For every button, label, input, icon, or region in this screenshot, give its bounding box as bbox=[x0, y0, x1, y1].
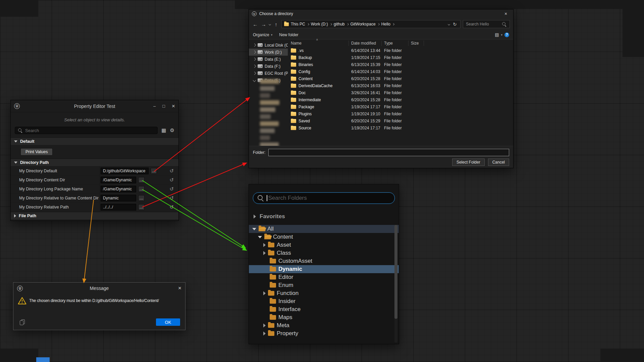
tree-item-insider[interactable]: Insider bbox=[249, 297, 399, 305]
file-row[interactable]: .vs6/14/2024 13:44File folder bbox=[288, 47, 513, 54]
help-icon[interactable]: ? bbox=[504, 33, 509, 37]
breadcrumb-separator-icon[interactable] bbox=[377, 23, 380, 25]
category-header-file-path[interactable]: File Path bbox=[11, 212, 178, 220]
file-row[interactable]: Config6/14/2024 14:03File folder bbox=[288, 68, 513, 75]
breadcrumb-item[interactable]: Hello bbox=[381, 22, 390, 26]
tree-item-function[interactable]: Function bbox=[249, 289, 399, 297]
category-header-directory-path[interactable]: Directory Path bbox=[11, 159, 178, 167]
breadcrumb-separator-icon[interactable] bbox=[330, 23, 332, 25]
maximize-icon[interactable]: □ bbox=[162, 104, 165, 109]
expand-triangle-icon[interactable] bbox=[263, 291, 266, 295]
breadcrumb-item[interactable]: GitWorkspace bbox=[351, 22, 376, 26]
cancel-button[interactable]: Cancel bbox=[488, 159, 509, 166]
folder-input[interactable] bbox=[268, 149, 509, 156]
breadcrumb-separator-icon[interactable] bbox=[392, 23, 394, 25]
file-row[interactable]: Source1/19/2024 17:17File folder bbox=[288, 124, 513, 131]
expand-chevron-icon[interactable] bbox=[253, 58, 256, 61]
window-titlebar[interactable]: U Property Editor Test – □ × bbox=[11, 100, 178, 112]
tree-item-meta[interactable]: Meta bbox=[249, 321, 399, 329]
new-folder-button[interactable]: New folder bbox=[279, 33, 298, 37]
ok-button[interactable]: OK bbox=[156, 318, 180, 326]
expand-chevron-icon[interactable] bbox=[253, 44, 256, 47]
reset-to-default-icon[interactable]: ↺ bbox=[169, 177, 174, 183]
tree-item-maps[interactable]: Maps bbox=[249, 313, 399, 321]
expand-chevron-icon[interactable] bbox=[253, 65, 256, 68]
category-header-default[interactable]: Default bbox=[11, 137, 178, 145]
breadcrumb-separator-icon[interactable] bbox=[346, 23, 348, 25]
favorites-section-header[interactable]: Favorites bbox=[249, 212, 399, 221]
file-row[interactable]: Binaries6/13/2024 15:39File folder bbox=[288, 61, 513, 68]
search-box[interactable]: Search Hello bbox=[463, 20, 510, 28]
browse-directory-button[interactable]: … bbox=[151, 168, 157, 174]
nav-item-egc-root-p[interactable]: EGC Root (P:) bbox=[249, 70, 288, 77]
breadcrumb-separator-icon[interactable] bbox=[307, 23, 309, 25]
address-dropdown-icon[interactable] bbox=[448, 23, 450, 25]
refresh-icon[interactable]: ↻ bbox=[452, 22, 458, 27]
browse-directory-button[interactable]: … bbox=[138, 204, 145, 210]
file-row[interactable]: DerivedDataCache6/13/2024 16:03File fold… bbox=[288, 82, 513, 89]
directory-value-box[interactable]: D:/github/GitWorkspace bbox=[101, 168, 149, 174]
file-row[interactable]: Intermediate6/20/2024 15:28File folder bbox=[288, 96, 513, 103]
copy-message-icon[interactable] bbox=[20, 319, 24, 325]
nav-item-local-disk-c[interactable]: Local Disk (C:) bbox=[249, 42, 288, 49]
history-chevron-icon[interactable] bbox=[269, 23, 271, 25]
reset-to-default-icon[interactable]: ↺ bbox=[169, 186, 174, 192]
forward-icon[interactable]: → bbox=[261, 21, 267, 27]
directory-value-box[interactable]: /Game/Dynamic bbox=[101, 177, 136, 183]
scrollbar-thumb[interactable] bbox=[394, 225, 397, 319]
expand-chevron-icon[interactable] bbox=[253, 72, 256, 75]
address-bar[interactable]: This PC Work (D:) github GitWorkspace He… bbox=[281, 20, 461, 28]
caret-down-icon[interactable]: ▾ bbox=[501, 33, 502, 37]
breadcrumb-item[interactable]: Work (D:) bbox=[311, 22, 328, 26]
column-header-name[interactable]: Name∧ bbox=[288, 41, 349, 46]
reset-to-default-icon[interactable]: ↺ bbox=[169, 204, 174, 210]
expand-triangle-icon[interactable] bbox=[263, 323, 266, 327]
collapse-chevron-icon[interactable] bbox=[253, 79, 256, 82]
breadcrumb-item[interactable]: This PC bbox=[291, 22, 305, 26]
folder-search-input[interactable]: Search Folders bbox=[253, 192, 395, 204]
directory-value-box[interactable]: Dynamic bbox=[101, 195, 136, 201]
tree-item-asset[interactable]: Asset bbox=[249, 241, 399, 249]
nav-item-data-f[interactable]: Data (F:) bbox=[249, 63, 288, 70]
minimize-icon[interactable]: – bbox=[153, 104, 156, 109]
tree-item-all[interactable]: All bbox=[249, 225, 399, 233]
column-header-size[interactable]: Size bbox=[409, 41, 424, 46]
print-values-button[interactable]: Print Values bbox=[20, 148, 53, 156]
nav-item-work-d[interactable]: Work (D:) bbox=[249, 49, 288, 56]
view-options-icon[interactable]: ▤ bbox=[495, 32, 499, 37]
collapse-triangle-icon[interactable] bbox=[252, 228, 256, 230]
reset-to-default-icon[interactable]: ↺ bbox=[169, 195, 174, 201]
organize-menu[interactable]: Organize ▾ bbox=[253, 33, 272, 37]
back-icon[interactable]: ← bbox=[252, 21, 258, 27]
browse-directory-button[interactable]: … bbox=[138, 177, 145, 183]
tree-item-interface[interactable]: Interface bbox=[249, 305, 399, 313]
directory-value-box[interactable]: ../../../ bbox=[101, 204, 136, 210]
file-row[interactable]: Package1/19/2024 17:17File folder bbox=[288, 103, 513, 110]
column-header-date[interactable]: Date modified bbox=[349, 41, 382, 46]
file-row[interactable]: Backup1/19/2024 17:15File folder bbox=[288, 54, 513, 61]
reset-to-default-icon[interactable]: ↺ bbox=[169, 168, 174, 174]
file-row[interactable]: Content6/20/2024 15:28File folder bbox=[288, 75, 513, 82]
expand-triangle-icon[interactable] bbox=[263, 251, 266, 255]
close-icon[interactable]: × bbox=[501, 11, 510, 16]
breadcrumb-item[interactable]: github bbox=[334, 22, 345, 26]
search-input[interactable]: Search bbox=[15, 127, 158, 134]
file-row[interactable]: Doc3/26/2024 16:41File folder bbox=[288, 89, 513, 96]
tree-item-customasset[interactable]: CustomAsset bbox=[249, 257, 399, 265]
select-folder-button[interactable]: Select Folder bbox=[452, 159, 485, 166]
column-header-type[interactable]: Type bbox=[382, 41, 409, 46]
directory-value-box[interactable]: /Game/Dynamic bbox=[101, 186, 136, 192]
browse-directory-button[interactable]: … bbox=[138, 186, 145, 192]
tree-item-content[interactable]: Content bbox=[249, 233, 399, 241]
collapse-triangle-icon[interactable] bbox=[258, 236, 262, 238]
display-settings-icon[interactable]: ▦ bbox=[161, 127, 166, 133]
gear-icon[interactable]: ⚙ bbox=[170, 127, 174, 133]
file-row[interactable]: Saved6/20/2024 15:29File folder bbox=[288, 117, 513, 124]
file-row[interactable]: Plugins1/19/2024 19:10File folder bbox=[288, 110, 513, 117]
nav-item-data-e[interactable]: Data (E:) bbox=[249, 56, 288, 63]
tree-item-enum[interactable]: Enum bbox=[249, 281, 399, 289]
expand-triangle-icon[interactable] bbox=[263, 243, 266, 247]
expand-chevron-icon[interactable] bbox=[253, 51, 256, 54]
browse-directory-button[interactable]: … bbox=[138, 195, 145, 201]
tree-item-class[interactable]: Class bbox=[249, 249, 399, 257]
